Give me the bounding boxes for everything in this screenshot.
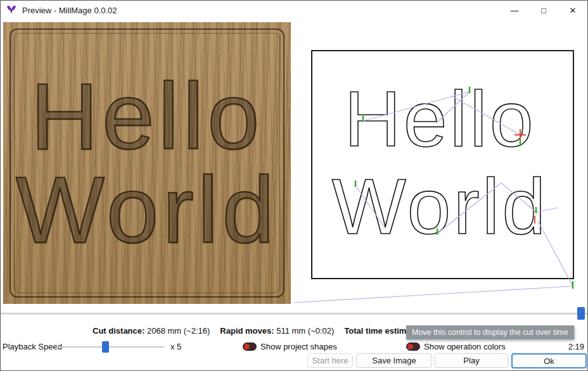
rapid-moves-label: Rapid moves:	[220, 326, 274, 336]
show-project-shapes-label[interactable]: Show project shapes	[260, 342, 337, 351]
playback-speed-slider[interactable]	[56, 341, 164, 353]
close-button[interactable]: ✕	[558, 1, 587, 20]
toggle-dot-icon	[414, 345, 418, 349]
cut-timeline-track[interactable]	[1, 313, 588, 315]
toggle-knob-icon	[407, 344, 413, 349]
app-logo-icon	[6, 4, 17, 16]
window-title: Preview - MillMage 0.0.02	[22, 6, 117, 15]
toolpath-preview-panel: Hello World	[291, 20, 588, 306]
play-button[interactable]: Play	[435, 353, 508, 368]
preview-window: Preview - MillMage 0.0.02 — □ ✕ Hello Wo…	[0, 0, 588, 371]
timeline-tooltip: Move this control to display the cut ove…	[406, 325, 574, 339]
start-here-button[interactable]: Start here	[307, 353, 353, 368]
elapsed-time: 2:19	[568, 342, 584, 351]
carved-text-line1: Hello	[30, 70, 263, 163]
playback-speed-label: Playback Speed	[3, 342, 62, 351]
cut-timeline-slider[interactable]	[1, 306, 588, 321]
cut-distance-value: 2068 mm (~2:16)	[147, 326, 210, 336]
playback-speed-handle[interactable]	[102, 341, 109, 353]
ok-button[interactable]: Ok	[511, 353, 587, 368]
cut-distance-status: Cut distance: 2068 mm (~2:16)	[93, 326, 210, 336]
toggle-knob-icon	[244, 344, 250, 349]
preview-area: Hello World Hello World	[1, 20, 588, 306]
outline-text-line1: Hello	[344, 75, 536, 163]
playback-row: Playback Speed x 5 Show project shapes S…	[1, 340, 588, 354]
show-project-shapes-toggle[interactable]	[243, 343, 257, 351]
titlebar: Preview - MillMage 0.0.02 — □ ✕	[1, 1, 587, 20]
save-image-button[interactable]: Save Image	[356, 353, 432, 368]
minimize-button[interactable]: —	[500, 1, 529, 20]
rendered-preview-panel: Hello World	[3, 22, 291, 304]
outline-text-line2: World	[332, 163, 549, 250]
playback-speed-value: x 5	[170, 342, 181, 351]
show-operation-colors-label[interactable]: Show operation colors	[424, 342, 506, 351]
rapid-moves-status: Rapid moves: 511 mm (~0:02)	[220, 326, 334, 336]
cut-timeline-handle[interactable]	[577, 307, 585, 320]
buttons-row: Start here Save Image Play Ok	[1, 353, 588, 370]
toggle-dot-icon	[251, 345, 255, 349]
carved-text-line2: World	[16, 163, 278, 257]
outline-text: Hello World	[291, 20, 588, 306]
show-operation-colors-toggle[interactable]	[406, 343, 420, 351]
maximize-button[interactable]: □	[529, 1, 558, 20]
cut-distance-label: Cut distance:	[93, 326, 144, 336]
window-controls: — □ ✕	[500, 1, 587, 20]
carved-text: Hello World	[3, 22, 291, 304]
playback-speed-track[interactable]	[56, 346, 164, 348]
rapid-moves-value: 511 mm (~0:02)	[276, 326, 334, 336]
